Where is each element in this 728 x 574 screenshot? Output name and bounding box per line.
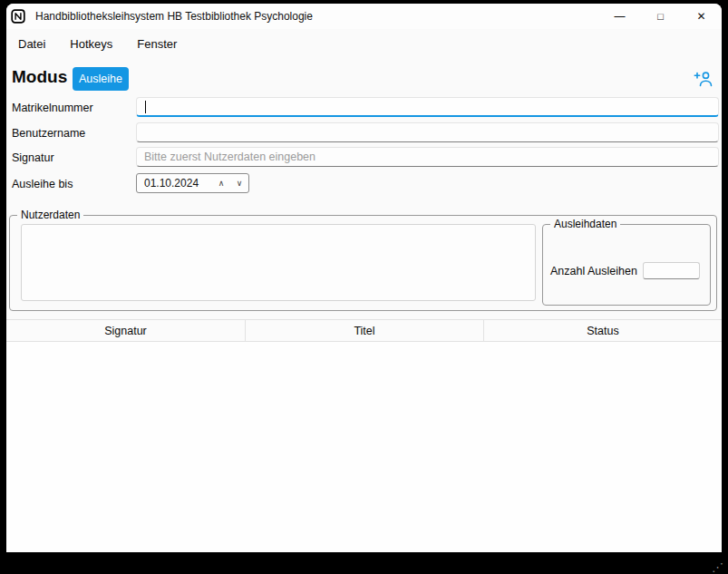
ausleihe-bis-label: Ausleihe bis	[12, 178, 73, 190]
ausleihdaten-group: Ausleihdaten Anzahl Ausleihen	[542, 224, 711, 306]
matrikelnummer-input[interactable]	[136, 97, 719, 117]
app-icon	[11, 9, 25, 24]
anzahl-ausleihen-input[interactable]	[643, 262, 700, 279]
maximize-button[interactable]: □	[640, 4, 681, 29]
window-controls: — □ ✕	[599, 4, 722, 29]
menubar: Datei Hotkeys Fenster	[6, 29, 722, 58]
menu-item-datei[interactable]: Datei	[18, 37, 45, 51]
anzahl-ausleihen-label: Anzahl Ausleihen	[550, 265, 637, 277]
column-header-titel[interactable]: Titel	[245, 320, 483, 341]
nutzerdaten-group: Nutzerdaten Ausleihdaten Anzahl Ausleihe…	[9, 215, 717, 311]
nutzerdaten-textarea[interactable]	[21, 224, 536, 301]
mode-label: Modus	[12, 67, 67, 87]
ausleihe-bis-datepicker[interactable]: 01.10.2024 ∧ ∨	[136, 173, 249, 193]
column-header-signatur[interactable]: Signatur	[6, 320, 245, 341]
chevron-down-icon: ∨	[237, 179, 243, 188]
window-title: Handbibliotheksleihsystem HB Testbibliot…	[35, 10, 313, 23]
benutzername-input[interactable]	[136, 122, 719, 142]
signatur-input[interactable]	[136, 147, 719, 167]
ausleihdaten-group-label: Ausleihdaten	[550, 218, 620, 230]
resize-grip-icon[interactable]: ⋰	[712, 561, 723, 573]
app-window: Handbibliotheksleihsystem HB Testbibliot…	[6, 4, 722, 552]
add-user-button[interactable]	[692, 69, 715, 89]
date-value: 01.10.2024	[137, 177, 212, 190]
chevron-up-icon: ∧	[218, 179, 225, 188]
signatur-label: Signatur	[12, 151, 54, 164]
date-increment-button[interactable]: ∧	[212, 174, 230, 192]
nutzerdaten-group-label: Nutzerdaten	[17, 209, 83, 221]
column-header-status[interactable]: Status	[483, 320, 722, 341]
close-button[interactable]: ✕	[681, 4, 722, 29]
table-header: Signatur Titel Status	[6, 319, 722, 342]
date-decrement-button[interactable]: ∨	[230, 174, 248, 192]
menu-item-fenster[interactable]: Fenster	[137, 37, 177, 51]
menu-item-hotkeys[interactable]: Hotkeys	[70, 37, 112, 51]
titlebar[interactable]: Handbibliotheksleihsystem HB Testbibliot…	[6, 4, 722, 29]
matrikelnummer-label: Matrikelnummer	[12, 102, 93, 114]
benutzername-label: Benutzername	[12, 127, 85, 140]
table-body	[6, 342, 722, 552]
person-add-icon	[694, 71, 713, 87]
mode-ausleihe-button[interactable]: Ausleihe	[73, 67, 129, 91]
minimize-button[interactable]: —	[599, 4, 640, 29]
